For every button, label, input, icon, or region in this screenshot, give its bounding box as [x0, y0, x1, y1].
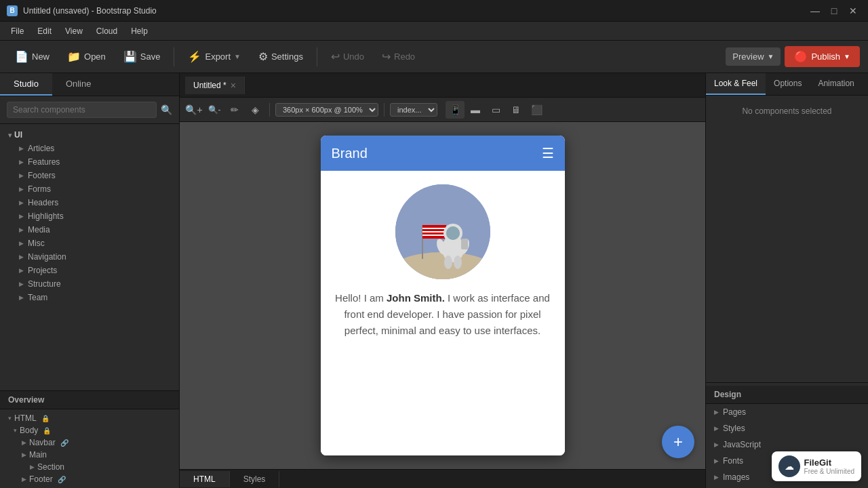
tab-animation[interactable]: Animation	[810, 73, 862, 95]
search-icon[interactable]: 🔍	[161, 104, 172, 115]
tree-item-navigation-label: Navigation	[28, 252, 66, 262]
tree-item-team[interactable]: ▶ Team	[0, 291, 179, 304]
ov-main-label: Main	[29, 450, 47, 460]
tree-item-navigation[interactable]: ▶ Navigation	[0, 250, 179, 264]
tree-item-articles-label: Articles	[28, 144, 54, 153]
menu-help[interactable]: Help	[125, 24, 153, 38]
ov-arrow-main: ▶	[22, 451, 26, 458]
bottom-tab-html[interactable]: HTML	[180, 471, 230, 487]
filegit-name: FileGit	[804, 458, 854, 468]
center-area: Untitled * × 🔍+ 🔍- ✏ ◈ 360px × 600px @ 1…	[180, 73, 705, 488]
tab-online[interactable]: Online	[52, 73, 105, 96]
layers-button[interactable]: ◈	[246, 101, 264, 119]
right-panel-tabs: Look & Feel Options Animation	[706, 73, 868, 96]
fab-button[interactable]: +	[662, 426, 694, 458]
search-input[interactable]	[7, 102, 157, 118]
minimize-button[interactable]: —	[807, 4, 823, 18]
tab-studio[interactable]: Studio	[0, 73, 52, 96]
toolbar-separator-2	[317, 47, 317, 66]
redo-button[interactable]: ↪ Redo	[375, 47, 422, 66]
design-item-styles[interactable]: ▶ Styles	[706, 420, 868, 436]
left-panel: Studio Online 🔍 ▾ UI ▶ Articles ▶ Featur…	[0, 73, 180, 488]
editor-tabs: Untitled * ×	[180, 73, 705, 98]
ov-item-body[interactable]: ▾ Body 🔒	[0, 424, 179, 436]
bottom-tabs: HTML Styles	[180, 469, 705, 488]
svg-point-15	[454, 256, 462, 269]
design-item-pages[interactable]: ▶ Pages	[706, 404, 868, 420]
ov-html-label: HTML	[14, 413, 37, 423]
tab-look-feel[interactable]: Look & Feel	[706, 73, 766, 95]
tree-item-forms-label: Forms	[28, 184, 51, 194]
arrow-icon-media: ▶	[19, 226, 24, 233]
arrow-icon-misc: ▶	[19, 240, 24, 247]
bottom-tab-styles[interactable]: Styles	[230, 471, 280, 487]
ov-item-navbar[interactable]: ▶ Navbar 🔗	[0, 436, 179, 449]
menu-view[interactable]: View	[60, 24, 88, 38]
menu-cloud[interactable]: Cloud	[91, 24, 123, 38]
design-pages-label: Pages	[723, 407, 746, 417]
publish-button[interactable]: 🔴 Publish ▼	[785, 46, 860, 67]
preview-navbar: Brand ☰	[321, 136, 565, 171]
arrow-icon-javascript: ▶	[714, 441, 719, 448]
preview-button[interactable]: Preview ▼	[726, 47, 781, 66]
tree-ui-label: UI	[14, 130, 22, 140]
tree-item-structure-label: Structure	[28, 279, 61, 289]
tree-item-media[interactable]: ▶ Media	[0, 223, 179, 237]
tree-item-structure[interactable]: ▶ Structure	[0, 277, 179, 291]
device-widescreen-button[interactable]: ⬛	[527, 101, 546, 119]
export-arrow-icon: ▼	[234, 53, 241, 60]
device-tablet-landscape-button[interactable]: ▭	[486, 101, 505, 119]
ov-body-label: Body	[20, 426, 38, 435]
undo-label: Undo	[343, 52, 364, 62]
ov-item-footer[interactable]: ▶ Footer 🔗	[0, 473, 179, 485]
device-tablet-portrait-button[interactable]: ▬	[466, 101, 485, 119]
design-item-javascript[interactable]: ▶ JavaScript	[706, 436, 868, 453]
ov-item-html[interactable]: ▾ HTML 🔒	[0, 412, 179, 424]
search-box: 🔍	[0, 96, 179, 124]
new-label: New	[32, 52, 50, 62]
undo-button[interactable]: ↩ Undo	[324, 47, 371, 66]
editor-tab-close-icon[interactable]: ×	[231, 81, 236, 90]
zoom-in-button[interactable]: 🔍+	[185, 101, 203, 119]
lock-icon-html: 🔒	[41, 415, 50, 422]
svg-point-11	[446, 226, 460, 240]
settings-button[interactable]: ⚙ Settings	[252, 47, 310, 66]
zoom-out-button[interactable]: 🔍-	[205, 101, 223, 119]
device-desktop-button[interactable]: 🖥	[507, 101, 526, 119]
close-button[interactable]: ✕	[845, 4, 861, 18]
tree-item-footers[interactable]: ▶ Footers	[0, 169, 179, 182]
design-styles-label: Styles	[723, 424, 745, 433]
tree-item-forms[interactable]: ▶ Forms	[0, 182, 179, 196]
tree-item-projects[interactable]: ▶ Projects	[0, 264, 179, 277]
tree-item-features[interactable]: ▶ Features	[0, 155, 179, 169]
save-button[interactable]: 💾 Save	[117, 47, 167, 66]
tree-item-headers[interactable]: ▶ Headers	[0, 196, 179, 209]
menu-file[interactable]: File	[5, 24, 29, 38]
open-button[interactable]: 📁 Open	[60, 47, 113, 66]
arrow-icon-footers: ▶	[19, 172, 24, 179]
page-select[interactable]: index...	[390, 103, 437, 117]
ov-section-label: Section	[37, 462, 64, 472]
save-label: Save	[140, 52, 161, 62]
canvas-area[interactable]: Brand ☰	[180, 122, 705, 469]
main-layout: Studio Online 🔍 ▾ UI ▶ Articles ▶ Featur…	[0, 73, 868, 488]
settings-icon: ⚙	[258, 50, 268, 63]
tree-item-highlights[interactable]: ▶ Highlights	[0, 209, 179, 223]
tree-item-misc[interactable]: ▶ Misc	[0, 237, 179, 250]
maximize-button[interactable]: □	[826, 4, 842, 18]
hamburger-icon[interactable]: ☰	[542, 145, 554, 161]
export-button[interactable]: ⚡ Export ▼	[181, 47, 247, 66]
device-mobile-button[interactable]: 📱	[446, 101, 465, 119]
ov-arrow-html: ▾	[8, 415, 12, 422]
ov-item-section[interactable]: ▶ Section	[0, 461, 179, 473]
new-button[interactable]: 📄 New	[8, 47, 56, 66]
link-icon-footer: 🔗	[58, 476, 66, 483]
tree-section-ui[interactable]: ▾ UI	[0, 128, 179, 142]
ov-item-main[interactable]: ▶ Main	[0, 449, 179, 461]
design-mode-button[interactable]: ✏	[226, 101, 243, 119]
menu-edit[interactable]: Edit	[32, 24, 57, 38]
tab-options[interactable]: Options	[766, 73, 810, 95]
editor-tab-untitled[interactable]: Untitled * ×	[185, 77, 245, 94]
tree-item-articles[interactable]: ▶ Articles	[0, 142, 179, 155]
canvas-size-select[interactable]: 360px × 600px @ 100%	[275, 103, 378, 117]
